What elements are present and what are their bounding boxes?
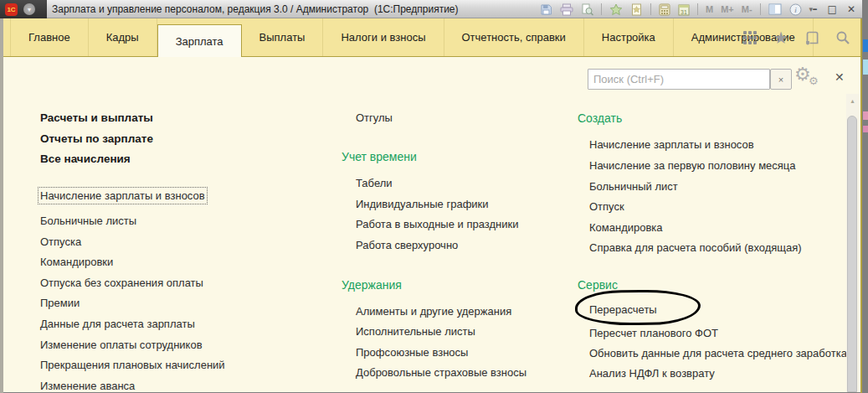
print-preview-icon[interactable] <box>581 3 593 16</box>
background-fragment-pink <box>863 111 868 120</box>
maximize-button[interactable]: □ <box>828 3 837 15</box>
tab-nalogi-i-vznosy[interactable]: Налоги и взносы <box>323 18 444 56</box>
save-icon[interactable] <box>540 3 552 16</box>
link-dobrovolnye-vznosy[interactable]: Добровольные страховые взносы <box>356 366 526 379</box>
link-otpusk[interactable]: Отпуск <box>589 200 624 213</box>
minimize-button[interactable]: – <box>813 3 818 15</box>
link-otchety-po-zarplate[interactable]: Отчеты по зарплате <box>40 132 153 145</box>
vertical-scrollbar[interactable]: ▴ <box>846 94 859 392</box>
background-fragment-pink2 <box>863 126 868 132</box>
link-otpuska[interactable]: Отпуска <box>40 235 81 248</box>
tab-glavnoe[interactable]: Главное <box>10 18 89 56</box>
link-premii[interactable]: Премии <box>40 297 80 309</box>
toolbar-separator <box>697 3 698 15</box>
section-header-servis: Сервис <box>578 278 618 292</box>
titlebar: 1С ▾ Зарплата и управление персоналом, р… <box>0 0 862 18</box>
tab-kadry[interactable]: Кадры <box>89 18 157 56</box>
tab-otchetnost-spravki[interactable]: Отчетность, справки <box>444 18 584 56</box>
section-header-uchet-vremeni: Учет времени <box>342 150 417 163</box>
link-bolnichnye-listy[interactable]: Больничные листы <box>40 215 136 227</box>
link-bolnichnyy-list[interactable]: Больничный лист <box>589 180 678 193</box>
memory-m-button[interactable]: M <box>706 4 713 14</box>
link-komandirovka[interactable]: Командировка <box>589 221 663 234</box>
search-input[interactable] <box>588 69 770 90</box>
section-tabbar: Главное Кадры Зарплата Выплаты Налоги и … <box>3 18 860 57</box>
desktop: 1С ▾ Зарплата и управление персоналом, р… <box>0 0 868 393</box>
close-button[interactable]: ✕ <box>847 3 855 15</box>
link-izmenenie-avansa[interactable]: Изменение аванса <box>40 380 135 392</box>
memory-m-plus-button[interactable]: M+ <box>721 4 734 14</box>
function-menu-panel: × ⚙ ⚙ ✕ Расчеты и выплаты Отчеты по зарп… <box>3 57 860 392</box>
tabbar-tools: ★ <box>742 18 850 57</box>
link-rabota-v-vykhodnye[interactable]: Работа в выходные и праздники <box>356 218 518 230</box>
toolbar-separator <box>760 3 761 15</box>
add-favorite-icon[interactable] <box>609 3 623 16</box>
calculator-icon[interactable] <box>659 3 670 16</box>
window-controls: – □ ✕ <box>813 0 855 18</box>
favorites-star-icon[interactable]: ★ <box>773 29 788 46</box>
memory-m-minus-button[interactable]: M- <box>742 4 752 14</box>
scrollbar-thumb[interactable] <box>847 116 857 392</box>
link-otguly[interactable]: Отгулы <box>356 111 393 124</box>
link-vse-nachisleniya[interactable]: Все начисления <box>40 153 131 165</box>
link-sozdat-nachislenie-zarplaty[interactable]: Начисление зарплаты и взносов <box>589 138 754 151</box>
app-menu-grid-icon[interactable] <box>742 30 758 45</box>
link-spravka-dlya-posobiy[interactable]: Справка для расчета пособий (входящая) <box>589 241 802 254</box>
section-header-sozdat: Создать <box>578 111 622 125</box>
panel-close-button[interactable]: ✕ <box>835 70 845 84</box>
link-rabota-sverkhurochno[interactable]: Работа сверхурочно <box>356 239 458 251</box>
link-individualnye-grafiki[interactable]: Индивидуальные графики <box>356 198 489 210</box>
scroll-up-icon[interactable]: ▴ <box>846 97 859 105</box>
window-title: Зарплата и управление персоналом, редакц… <box>52 3 459 15</box>
search-clear-button[interactable]: × <box>770 69 792 90</box>
link-ispolnitelnye-listy[interactable]: Исполнительные листы <box>356 325 475 338</box>
favorites-page-icon[interactable] <box>630 3 643 16</box>
link-tabeli[interactable]: Табели <box>356 177 393 189</box>
link-prekrashcheniya-nachisleniy[interactable]: Прекращения плановых начислений <box>40 359 225 371</box>
1c-logo-icon: 1С <box>5 3 18 16</box>
clear-icon: × <box>778 75 783 85</box>
system-menu-dropdown[interactable]: ▾ <box>23 3 35 15</box>
chevron-down-icon: ▾ <box>28 6 31 13</box>
link-otpuska-bez-sokhraneniya[interactable]: Отпуска без сохранения оплаты <box>40 277 203 289</box>
link-alimenty[interactable]: Алименты и другие удержания <box>356 305 511 318</box>
link-izmenenie-oplaty[interactable]: Изменение оплаты сотрудников <box>40 339 203 351</box>
tab-zarplata[interactable]: Зарплата <box>157 24 242 57</box>
link-nachislenie-zarplaty-i-vznosov[interactable]: Начисление зарплаты и взносов <box>40 189 205 202</box>
info-icon[interactable]: i <box>789 3 802 16</box>
search-icon[interactable] <box>835 30 850 45</box>
link-pereraschety[interactable]: Перерасчеты <box>589 303 657 316</box>
background-fragment-cyan <box>863 59 868 75</box>
link-obnovit-dannye[interactable]: Обновить данные для расчета среднего зар… <box>589 347 847 359</box>
svg-text:31: 31 <box>681 8 687 14</box>
history-scroll-icon[interactable] <box>804 30 819 45</box>
toolbar-separator <box>601 3 602 15</box>
link-nachislenie-za-pervuyu-polovinu[interactable]: Начисление за первую половину месяца <box>589 159 796 172</box>
settings-gears-icon[interactable]: ⚙ ⚙ <box>794 64 823 89</box>
toolbar-separator <box>650 3 651 15</box>
app-body: Главное Кадры Зарплата Выплаты Налоги и … <box>0 18 862 393</box>
link-dannye-dlya-rascheta[interactable]: Данные для расчета зарплаты <box>40 318 195 330</box>
app-window: 1С ▾ Зарплата и управление персоналом, р… <box>0 0 862 393</box>
calendar-icon[interactable]: 31 <box>678 3 690 16</box>
link-raschety-i-vyplaty[interactable]: Расчеты и выплаты <box>40 111 153 124</box>
print-icon[interactable] <box>560 3 573 16</box>
split-window-icon[interactable] <box>768 3 782 15</box>
tab-vyplaty[interactable]: Выплаты <box>242 18 324 56</box>
background-fragment-blue <box>863 39 868 52</box>
tab-nastroyka[interactable]: Настройка <box>584 18 674 56</box>
link-profsoyuznye-vznosy[interactable]: Профсоюзные взносы <box>356 346 468 359</box>
link-komandirovki[interactable]: Командировки <box>40 256 113 268</box>
link-analiz-ndfl[interactable]: Анализ НДФЛ к возврату <box>589 367 715 380</box>
system-menu-area: 1С ▾ <box>0 0 47 18</box>
gear-icon: ⚙ <box>809 75 819 87</box>
titlebar-toolbar: 31 M M+ M- i ▾ <box>540 0 813 18</box>
link-pereschet-planovogo-fot[interactable]: Пересчет планового ФОТ <box>589 327 718 339</box>
section-header-uderzhaniya: Удержания <box>342 278 402 292</box>
